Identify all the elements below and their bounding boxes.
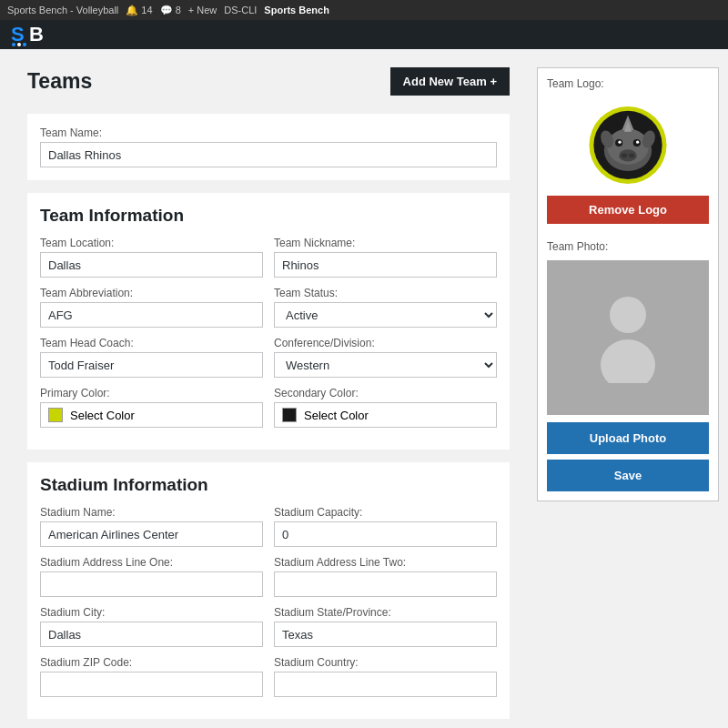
stadium-state-input[interactable] <box>274 622 497 647</box>
stadium-name-input[interactable] <box>40 521 263 547</box>
remove-logo-button[interactable]: Remove Logo <box>547 196 709 224</box>
sb-logo: S B <box>11 21 47 48</box>
stadium-info-title: Stadium Information <box>40 475 497 495</box>
stadium-address2-field: Stadium Address Line Two: <box>274 556 497 597</box>
stadium-country-field: Stadium Country: <box>274 656 497 697</box>
stadium-capacity-label: Stadium Capacity: <box>274 506 497 519</box>
primary-color-label: Primary Color: <box>40 387 263 399</box>
sidebar-panel: Team Logo: <box>537 49 728 728</box>
stadium-zip-input[interactable] <box>40 672 263 697</box>
team-info-row-3: Team Head Coach: Conference/Division: We… <box>40 337 497 387</box>
admin-bar: S B <box>0 20 728 49</box>
primary-color-swatch <box>48 408 63 422</box>
stadium-country-label: Stadium Country: <box>274 656 497 669</box>
status-select[interactable]: Active Inactive <box>274 302 497 328</box>
stadium-city-field: Stadium City: <box>40 606 263 647</box>
stadium-city-label: Stadium City: <box>40 606 263 619</box>
conference-label: Conference/Division: <box>274 337 497 349</box>
logo-panel: Team Logo: <box>537 67 719 501</box>
stadium-city-input[interactable] <box>40 622 263 647</box>
team-name-section: Team Name: <box>27 114 510 180</box>
svg-point-17 <box>629 153 635 157</box>
nickname-label: Team Nickname: <box>274 237 497 249</box>
primary-color-field: Primary Color: Select Color <box>40 387 263 428</box>
stadium-state-field: Stadium State/Province: <box>274 606 497 647</box>
browser-notif-1: 🔔 14 <box>126 5 152 16</box>
browser-title: Sports Bench - Volleyball <box>7 5 118 15</box>
stadium-address1-label: Stadium Address Line One: <box>40 556 263 569</box>
stadium-capacity-field: Stadium Capacity: <box>274 506 497 547</box>
page-title: Teams <box>27 69 92 94</box>
abbreviation-input[interactable] <box>40 302 263 328</box>
team-photo-label: Team Photo: <box>547 240 709 253</box>
location-label: Team Location: <box>40 237 263 249</box>
stadium-capacity-input[interactable] <box>274 521 497 547</box>
svg-text:B: B <box>29 23 44 46</box>
stadium-address2-label: Stadium Address Line Two: <box>274 556 497 569</box>
stadium-row-1: Stadium Name: Stadium Capacity: <box>40 506 497 556</box>
team-photo-area <box>547 260 709 415</box>
save-button[interactable]: Save <box>547 460 709 491</box>
conference-select[interactable]: Western Eastern <box>274 352 497 378</box>
svg-point-3 <box>17 43 21 46</box>
coach-input[interactable] <box>40 352 263 378</box>
coach-label: Team Head Coach: <box>40 337 263 349</box>
upload-photo-button[interactable]: Upload Photo <box>547 422 709 454</box>
secondary-color-btn-label: Select Color <box>304 409 369 422</box>
main-wrapper: Teams Add New Team + Team Name: Team Inf… <box>0 49 728 728</box>
stadium-country-input[interactable] <box>274 672 497 697</box>
svg-point-14 <box>636 141 639 144</box>
browser-sports-bench: Sports Bench <box>264 5 329 15</box>
stadium-info-section: Stadium Information Stadium Name: Stadiu… <box>27 462 510 719</box>
content-area: Teams Add New Team + Team Name: Team Inf… <box>0 49 537 728</box>
stadium-row-3: Stadium City: Stadium State/Province: <box>40 606 497 656</box>
team-name-input[interactable] <box>40 142 497 167</box>
team-info-row-4: Primary Color: Select Color Secondary Co… <box>40 387 497 437</box>
secondary-color-button[interactable]: Select Color <box>274 402 497 428</box>
secondary-color-swatch <box>282 408 297 422</box>
primary-color-btn-label: Select Color <box>70 409 135 422</box>
nickname-input[interactable] <box>274 252 497 278</box>
page-header: Teams Add New Team + <box>27 67 510 96</box>
svg-point-13 <box>618 141 621 144</box>
browser-notif-2: 💬 8 <box>160 5 181 16</box>
team-info-title: Team Information <box>40 206 497 226</box>
team-status-field: Team Status: Active Inactive <box>274 287 497 328</box>
team-coach-field: Team Head Coach: <box>40 337 263 378</box>
stadium-zip-label: Stadium ZIP Code: <box>40 656 263 669</box>
team-info-row-1: Team Location: Team Nickname: <box>40 237 497 287</box>
team-info-section: Team Information Team Location: Team Nic… <box>27 193 510 450</box>
secondary-color-label: Secondary Color: <box>274 387 497 399</box>
status-label: Team Status: <box>274 287 497 299</box>
browser-bar: Sports Bench - Volleyball 🔔 14 💬 8 + New… <box>0 0 728 20</box>
add-new-team-button[interactable]: Add New Team + <box>390 67 510 96</box>
team-location-field: Team Location: <box>40 237 263 278</box>
stadium-address1-input[interactable] <box>40 571 263 597</box>
browser-new-item[interactable]: + New <box>188 5 217 15</box>
team-abbreviation-field: Team Abbreviation: <box>40 287 263 328</box>
stadium-row-2: Stadium Address Line One: Stadium Addres… <box>40 556 497 606</box>
stadium-name-label: Stadium Name: <box>40 506 263 519</box>
location-input[interactable] <box>40 252 263 278</box>
browser-ds-cli: DS-CLI <box>224 5 257 15</box>
stadium-address1-field: Stadium Address Line One: <box>40 556 263 597</box>
svg-point-2 <box>12 43 15 46</box>
team-logo-image <box>582 102 673 184</box>
person-silhouette-icon <box>592 292 664 383</box>
team-name-label: Team Name: <box>40 126 497 139</box>
logo-panel-label: Team Logo: <box>547 77 709 90</box>
team-conference-field: Conference/Division: Western Eastern <box>274 337 497 378</box>
team-info-row-2: Team Abbreviation: Team Status: Active I… <box>40 287 497 337</box>
logo-image-area <box>547 97 709 188</box>
sb-logo-area: S B <box>11 21 47 48</box>
secondary-color-field: Secondary Color: Select Color <box>274 387 497 428</box>
team-nickname-field: Team Nickname: <box>274 237 497 278</box>
stadium-row-4: Stadium ZIP Code: Stadium Country: <box>40 656 497 706</box>
svg-point-21 <box>601 339 655 383</box>
svg-point-20 <box>610 297 646 333</box>
stadium-address2-input[interactable] <box>274 571 497 597</box>
svg-point-16 <box>622 153 628 157</box>
svg-point-4 <box>23 43 26 46</box>
primary-color-button[interactable]: Select Color <box>40 402 263 428</box>
abbreviation-label: Team Abbreviation: <box>40 287 263 299</box>
